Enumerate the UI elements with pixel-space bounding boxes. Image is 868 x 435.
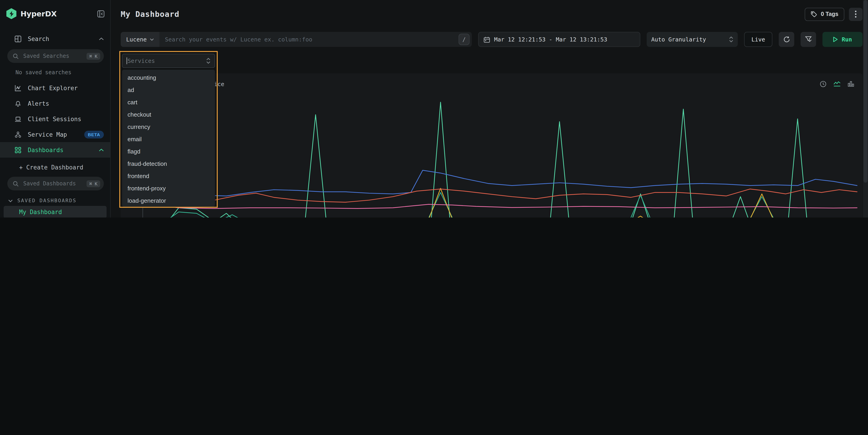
- dashboard-menu-button[interactable]: [849, 7, 863, 21]
- service-option[interactable]: accounting: [122, 71, 215, 84]
- laptop-icon: [14, 116, 22, 122]
- series-payment: [143, 204, 857, 208]
- chevron-down-icon: [150, 38, 154, 41]
- service-option[interactable]: flagd: [122, 145, 215, 158]
- service-option[interactable]: fraud-detection: [122, 158, 215, 170]
- chevron-updown-icon: [729, 36, 733, 42]
- saved-dashboards-search[interactable]: ⌘ K: [7, 177, 104, 190]
- page-title: My Dashboard: [121, 9, 179, 19]
- granularity-label: Auto Granularity: [651, 36, 706, 43]
- logo-row: HyperDX: [0, 0, 110, 24]
- saved-dashboards-shortcut: ⌘ K: [87, 180, 100, 187]
- service-option[interactable]: checkout: [122, 108, 215, 121]
- event-search-input[interactable]: [159, 36, 459, 43]
- service-option[interactable]: frontend: [122, 170, 215, 182]
- sidebar-item-alerts[interactable]: Alerts: [0, 96, 110, 111]
- query-language-select[interactable]: Lucene: [121, 32, 159, 47]
- line-chart-icon[interactable]: [833, 81, 841, 87]
- bar-chart-icon[interactable]: [847, 81, 854, 87]
- saved-searches-search[interactable]: ⌘ K: [7, 49, 104, 63]
- service-map-icon: [14, 131, 22, 138]
- hyperdx-logo-icon: [6, 8, 17, 19]
- sidebar-item-label: Search: [28, 35, 99, 42]
- sidebar-collapse-icon[interactable]: [97, 10, 105, 18]
- calendar-icon: [484, 36, 490, 42]
- filter-button[interactable]: [801, 32, 816, 47]
- text-caret: [127, 57, 127, 64]
- service-option[interactable]: ad: [122, 84, 215, 96]
- app-root: HyperDX Search ⌘ K No saved searches Ch: [0, 0, 868, 218]
- series-product-catalog: [143, 189, 857, 202]
- sidebar-item-my-dashboard[interactable]: My Dashboard: [4, 206, 106, 218]
- search-icon: [13, 53, 19, 59]
- service-option[interactable]: frontend-proxy: [122, 182, 215, 194]
- sidebar-item-dashboards[interactable]: Dashboards: [0, 142, 110, 158]
- run-label: Run: [842, 36, 852, 43]
- series-series-teal: [143, 192, 857, 218]
- series-series-blue: [143, 170, 857, 196]
- service-option[interactable]: email: [122, 133, 215, 145]
- search-icon: [13, 181, 19, 187]
- scrollbar-thumb[interactable]: [863, 0, 868, 183]
- services-combobox-overlay: Services accountingadcartcheckoutcurrenc…: [119, 51, 218, 208]
- date-range-text: Mar 12 12:21:53 - Mar 12 13:21:53: [494, 36, 607, 43]
- dashboards-icon: [14, 147, 22, 153]
- live-button[interactable]: Live: [744, 32, 772, 47]
- sidebar-item-chart-explorer[interactable]: Chart Explorer: [0, 80, 110, 96]
- chart-panel-latency: ice 0 Mar 12 12:21:00 PM12:29:00: [121, 73, 863, 218]
- service-option[interactable]: currency: [122, 121, 215, 133]
- service-option[interactable]: cart: [122, 96, 215, 108]
- main-area: My Dashboard 0 Tags Lucene /: [111, 0, 868, 218]
- sidebar-item-label: Chart Explorer: [28, 85, 104, 91]
- services-options-list: accountingadcartcheckoutcurrencyemailfla…: [122, 70, 215, 207]
- services-input[interactable]: Services: [122, 54, 215, 68]
- chart-explorer-icon: [14, 85, 22, 91]
- sidebar-item-service-map[interactable]: Service Map BETA: [0, 127, 110, 142]
- chevron-up-icon: [99, 148, 104, 151]
- chevron-updown-icon: [206, 58, 210, 64]
- saved-searches-input[interactable]: [22, 52, 87, 60]
- sidebar-item-client-sessions[interactable]: Client Sessions: [0, 111, 110, 127]
- filter-edit-icon: [805, 36, 812, 43]
- topbar: My Dashboard 0 Tags: [121, 0, 863, 22]
- no-saved-searches-text: No saved searches: [0, 66, 110, 80]
- chevron-up-icon: [99, 37, 104, 40]
- refresh-button[interactable]: [779, 32, 794, 47]
- vertical-scrollbar[interactable]: [863, 0, 868, 218]
- plot-area[interactable]: [143, 92, 857, 218]
- play-icon: [833, 36, 838, 42]
- chevron-down-icon: [8, 199, 13, 202]
- beta-badge: BETA: [84, 130, 104, 138]
- service-option[interactable]: load-generator: [122, 194, 215, 207]
- sidebar-item-label: Client Sessions: [28, 116, 104, 122]
- tag-icon: [811, 11, 817, 17]
- date-range-picker[interactable]: Mar 12 12:21:53 - Mar 12 13:21:53: [478, 32, 640, 47]
- section-label: SAVED DASHBOARDS: [17, 198, 76, 204]
- filter-row: Lucene / Mar 12 12:21:53 - Mar 12 13:21:…: [121, 32, 863, 47]
- sidebar-item-label: Alerts: [28, 100, 104, 107]
- run-button[interactable]: Run: [823, 32, 863, 47]
- slash-shortcut-key: /: [459, 34, 469, 45]
- event-search: Lucene /: [121, 32, 472, 47]
- tags-label: 0 Tags: [821, 11, 838, 17]
- granularity-select[interactable]: Auto Granularity: [647, 32, 738, 47]
- refresh-icon: [783, 36, 790, 43]
- tags-button[interactable]: 0 Tags: [805, 7, 844, 21]
- time-range-icon[interactable]: [820, 81, 827, 87]
- query-language-label: Lucene: [126, 36, 147, 43]
- bell-icon: [14, 100, 22, 107]
- sidebar-item-label: Service Map: [28, 131, 84, 138]
- saved-searches-shortcut: ⌘ K: [87, 53, 100, 59]
- brand-name: HyperDX: [21, 9, 97, 18]
- sidebar-item-label: Dashboards: [28, 147, 99, 153]
- create-dashboard-button[interactable]: + Create Dashboard: [4, 161, 106, 174]
- services-placeholder: Services: [127, 57, 206, 64]
- kebab-icon: [855, 10, 857, 18]
- saved-dashboards-input[interactable]: [22, 180, 87, 187]
- search-nav-icon: [14, 35, 22, 42]
- sidebar: HyperDX Search ⌘ K No saved searches Ch: [0, 0, 111, 218]
- sidebar-item-search[interactable]: Search: [0, 31, 110, 46]
- series-ad: [143, 102, 857, 218]
- section-saved-dashboards[interactable]: SAVED DASHBOARDS: [0, 193, 110, 206]
